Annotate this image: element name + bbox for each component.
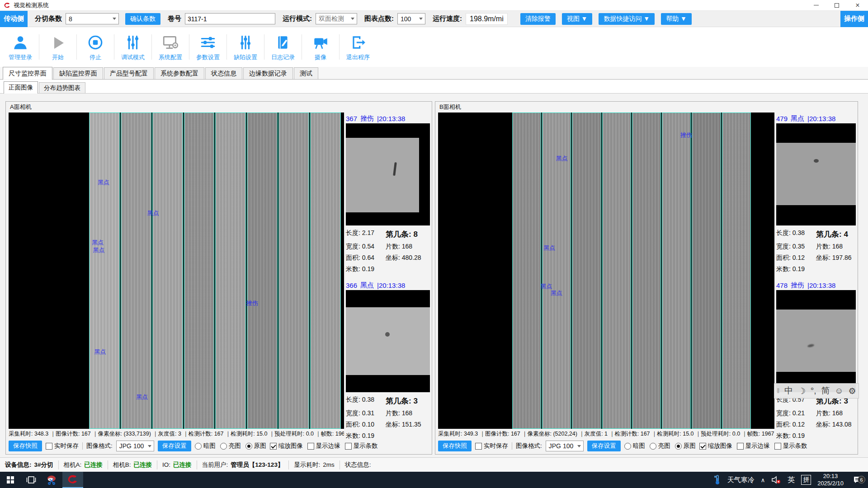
snipping-app-button[interactable] (42, 472, 62, 488)
save-snapshot-button[interactable]: 保存快照 (438, 441, 472, 451)
save-snapshot-button[interactable]: 保存快照 (9, 441, 42, 451)
thermometer-icon[interactable] (714, 474, 721, 485)
roll-number-input[interactable] (185, 13, 275, 24)
ime-gear-icon[interactable]: ⚙ (849, 386, 856, 396)
close-button[interactable]: × (847, 0, 868, 10)
operate-side-button[interactable]: 操作侧 (840, 11, 868, 27)
debug-mode-button[interactable]: 调试模式 (114, 30, 151, 64)
defect-thumbnail[interactable] (346, 123, 430, 225)
language-indicator[interactable]: 英 (788, 475, 795, 485)
save-settings-button[interactable]: 保存设置 (587, 441, 621, 451)
stat-meters: 米数: 0.19 (346, 432, 386, 440)
defect-thumbnail[interactable] (346, 290, 430, 392)
radio-option[interactable]: 暗图 (195, 442, 216, 450)
radio-option[interactable]: 亮图 (650, 442, 670, 450)
sub-tab[interactable]: 正面图像 (4, 81, 38, 94)
help-menu-button[interactable]: 帮助 ▼ (661, 13, 692, 25)
ime-chinese-mode[interactable]: 中 (784, 385, 793, 397)
capture-button[interactable]: 摄像 (302, 30, 339, 64)
slit-count-select[interactable]: 8 (66, 13, 119, 24)
camera-b-panel: B面相机 挫伤黑点黑点黑点黑点 479 黑点 |20:13:38 长度: 0.3… (435, 101, 858, 455)
hidden-icons-caret[interactable]: ∧ (761, 477, 765, 483)
volume-muted-icon[interactable] (771, 475, 781, 484)
defect-settings-button[interactable]: 缺陷设置 (227, 30, 264, 64)
camera-a-image-view[interactable]: 黑点黑点黑点黑点挫伤黑点黑点 (9, 113, 344, 429)
param-settings-button[interactable]: 参数设置 (189, 30, 226, 64)
checkbox-option[interactable]: 显示边缘 (737, 442, 770, 450)
ime-mode-indicator[interactable]: 拼 (801, 475, 811, 485)
chart-points-select[interactable]: 100 (397, 13, 425, 24)
display-option-checks: 缩放图像显示边缘显示条数 (699, 442, 807, 450)
run-mode-select[interactable]: 双面检测 (316, 13, 357, 24)
radio-option[interactable]: 原图 (245, 442, 266, 450)
defect-position-label: 黑点 (98, 178, 109, 187)
ime-fullmoon-icon[interactable]: ☽ (798, 386, 806, 396)
start-button[interactable] (0, 472, 21, 488)
ime-drag-handle[interactable]: ‖ (777, 387, 779, 394)
divider (82, 442, 83, 450)
icon-toolbar: 管理登录 开始 停止 调试模式 系统配置 参数设置 缺陷设置 (0, 27, 868, 67)
radio-option[interactable]: 暗图 (624, 442, 645, 450)
maximize-button[interactable] (826, 0, 847, 10)
save-settings-button[interactable]: 保存设置 (158, 441, 191, 451)
stat-meters: 米数: 0.19 (776, 432, 816, 440)
stat-strip-number: 第几条: 4 (816, 229, 856, 239)
defect-card[interactable]: 366 黑点 |20:13:38 长度: 0.38 第几条: 3 宽度: 0.3… (346, 280, 430, 440)
start-button[interactable]: 开始 (39, 30, 76, 64)
main-tab[interactable]: 系统参数配置 (155, 67, 204, 79)
confirm-count-button[interactable]: 确认条数 (125, 13, 160, 25)
status-segment: 当前用户: 管理员【123-123】 (197, 460, 289, 469)
ime-punctuation-toggle[interactable]: °, (811, 386, 816, 396)
exit-program-button[interactable]: 退出程序 (340, 30, 377, 64)
radio-option[interactable]: 亮图 (220, 442, 241, 450)
view-menu-button[interactable]: 视图 ▼ (562, 13, 593, 25)
notification-center-button[interactable]: 6 (850, 475, 865, 484)
task-view-button[interactable] (21, 472, 42, 488)
image-format-select[interactable]: JPG 100 (546, 441, 584, 451)
taskbar-clock[interactable]: 20:13 2025/2/10 (817, 473, 844, 487)
log-book-icon (275, 33, 291, 51)
ime-toolbar[interactable]: ‖ 中 ☽ °, 简 ☺ ⚙ (774, 383, 859, 399)
defect-thumbnail[interactable] (776, 123, 856, 225)
minimize-button[interactable] (806, 0, 826, 10)
checkbox-option[interactable]: 显示边缘 (307, 442, 340, 450)
defect-card[interactable]: 478 挫伤 |20:13:38 长度: 0.57 第几条: 3 宽度: 0.2… (776, 280, 856, 440)
defect-card[interactable]: 367 挫伤 |20:13:38 长度: 2.17 第几条: 8 宽度: 0.5… (346, 113, 430, 273)
image-format-select[interactable]: JPG 100 (116, 441, 154, 451)
chevron-down-icon (419, 18, 423, 20)
system-config-button[interactable]: 系统配置 (152, 30, 189, 64)
camera-b-image-view[interactable]: 挫伤黑点黑点黑点黑点 (438, 113, 774, 429)
realtime-save-checkbox[interactable]: 实时保存 (46, 442, 79, 450)
defect-card-header: 367 挫伤 |20:13:38 (346, 113, 430, 123)
ime-emoji-icon[interactable]: ☺ (835, 386, 843, 396)
main-tab[interactable]: 产品型号配置 (104, 67, 154, 79)
top-control-bar: 传动侧 分切条数 8 确认条数 卷号 运行模式: 双面检测 图表点数: 100 … (0, 11, 868, 27)
data-quick-access-menu-button[interactable]: 数据快捷访问 ▼ (599, 13, 655, 25)
defect-thumbnail[interactable] (776, 290, 856, 392)
checkbox-option[interactable]: 缩放图像 (270, 442, 303, 450)
main-tab[interactable]: 边缘数据记录 (243, 67, 293, 79)
defect-time: |20:13:38 (377, 115, 405, 122)
defect-time: |20:13:38 (807, 115, 835, 122)
realtime-save-checkbox[interactable]: 实时保存 (475, 442, 508, 450)
sub-tab[interactable]: 分布趋势图表 (39, 82, 85, 93)
radio-option[interactable]: 原图 (675, 442, 696, 450)
weather-status[interactable]: 天气寒冷 (727, 476, 755, 484)
main-tab[interactable]: 缺陷监控界面 (53, 67, 103, 79)
checkbox-option[interactable]: 显示条数 (345, 442, 378, 450)
checkbox-option[interactable]: 显示条数 (774, 442, 807, 450)
thumbnail-defect-mark (814, 159, 819, 163)
main-tab[interactable]: 状态信息 (205, 67, 242, 79)
ime-simplified-toggle[interactable]: 简 (821, 385, 830, 397)
stop-button[interactable]: 停止 (77, 30, 114, 64)
main-tab[interactable]: 测试 (294, 67, 318, 79)
main-tab[interactable]: 尺寸监控界面 (3, 67, 52, 80)
user-icon (12, 33, 28, 51)
vision-app-button[interactable] (62, 472, 83, 488)
clear-alarm-button[interactable]: 清除报警 (520, 13, 556, 25)
admin-login-button[interactable]: 管理登录 (2, 30, 39, 64)
defect-card[interactable]: 479 黑点 |20:13:38 长度: 0.38 第几条: 4 宽度: 0.3… (776, 113, 856, 273)
log-record-button[interactable]: 日志记录 (264, 30, 302, 64)
drive-side-button[interactable]: 传动侧 (0, 11, 28, 27)
checkbox-option[interactable]: 缩放图像 (699, 442, 732, 450)
